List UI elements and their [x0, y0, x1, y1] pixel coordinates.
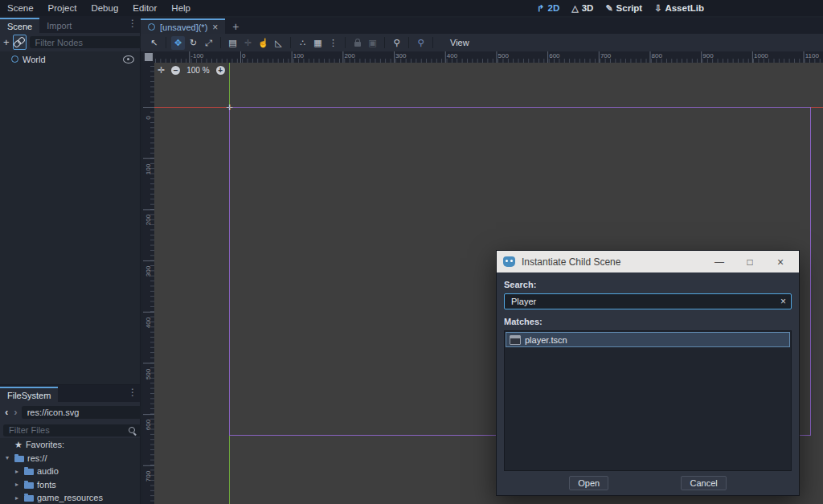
v-ruler-label: 0 — [145, 106, 152, 130]
back-button[interactable]: ‹ — [3, 406, 10, 418]
h-ruler-label: 100 — [293, 52, 304, 59]
filter-files-field[interactable] — [3, 424, 141, 436]
minimize-button[interactable]: — — [707, 256, 731, 268]
open-button[interactable]: Open — [569, 476, 608, 490]
view-menu-button[interactable]: View — [443, 36, 477, 49]
context-label: 3D — [582, 3, 594, 13]
fs-item-label: Favorites: — [26, 440, 64, 449]
cancel-button[interactable]: Cancel — [681, 476, 726, 490]
scene-dock-menu-icon[interactable]: ⋮ — [128, 18, 137, 28]
fs-tree-row-audio[interactable]: ▸audio — [0, 465, 140, 478]
center-view-icon[interactable]: ✛ — [158, 65, 165, 76]
filesystem-dock-menu-icon[interactable]: ⋮ — [128, 387, 137, 397]
scene-node-icon — [148, 23, 155, 31]
menu-editor[interactable]: Editor — [125, 3, 164, 13]
folder-icon — [24, 495, 34, 502]
match-label: player.tscn — [525, 335, 567, 345]
path-input[interactable] — [26, 407, 143, 418]
forward-button[interactable]: › — [12, 406, 18, 418]
godot-editor-window: SceneProjectDebugEditorHelp ↱2D△3D✎Scrip… — [0, 0, 823, 504]
scene-tab-label: [unsaved](*) — [160, 23, 207, 32]
v-ruler-label: 600 — [145, 413, 152, 437]
tab-filesystem[interactable]: FileSystem — [0, 387, 58, 402]
3d-icon: △ — [571, 3, 578, 14]
tab-import[interactable]: Import — [39, 18, 79, 33]
add-node-button[interactable]: + — [3, 35, 10, 49]
h-ruler-label: 900 — [702, 52, 713, 59]
context-button-3d[interactable]: △3D — [571, 3, 593, 14]
dialog-search-field[interactable]: × — [504, 293, 792, 309]
move-tool-icon[interactable]: ✥ — [171, 36, 185, 50]
match-row[interactable]: player.tscn — [506, 332, 790, 347]
snap-options-menu-icon[interactable]: ⋮ — [326, 36, 340, 50]
grid-snap-toggle-icon[interactable]: ▦ — [311, 36, 325, 50]
fs-tree-row-res[interactable]: ▾res:// — [0, 452, 140, 465]
instance-scene-button[interactable] — [13, 35, 27, 50]
tab-scene-label: Scene — [7, 22, 32, 31]
node-label: World — [23, 55, 119, 64]
tab-scene[interactable]: Scene — [0, 18, 39, 33]
lock-icon — [354, 42, 361, 47]
context-button-2d[interactable]: ↱2D — [537, 3, 559, 14]
scene-tab-bar: [unsaved](*) × + — [141, 18, 823, 34]
search-icon — [128, 426, 137, 435]
ruler-tool-icon[interactable]: ◺ — [272, 36, 285, 50]
filesystem-tree: ★Favorites:▾res://▸audio▸fonts▸game_reso… — [0, 438, 140, 504]
maximize-button[interactable]: □ — [738, 256, 762, 268]
smart-snap-toggle-icon[interactable]: ∴ — [296, 36, 309, 50]
scene-tree-row-world[interactable]: World — [0, 51, 140, 67]
scene-dock-tabs: Scene Import ⋮ — [0, 16, 140, 33]
scene-tree: World — [0, 51, 140, 384]
menu-project[interactable]: Project — [41, 3, 84, 13]
close-button[interactable]: × — [768, 256, 792, 268]
expander-icon[interactable]: ▸ — [13, 494, 21, 502]
expander-icon[interactable]: ▸ — [13, 468, 21, 475]
rotate-tool-icon[interactable]: ↻ — [186, 36, 200, 50]
fs-tree-row-fonts[interactable]: ▸fonts — [0, 478, 140, 492]
ruler-units-button[interactable] — [143, 51, 154, 63]
filter-nodes-input[interactable] — [34, 37, 151, 48]
menu-help[interactable]: Help — [164, 3, 198, 13]
zoom-in-button[interactable]: + — [216, 66, 225, 75]
scene-tab-unsaved[interactable]: [unsaved](*) × — [141, 18, 225, 34]
visibility-eye-icon[interactable] — [123, 55, 134, 64]
skeleton-options-button-icon[interactable]: ⚲ — [414, 36, 428, 50]
pan-tool-icon[interactable]: ☝ — [256, 36, 270, 50]
group-object-button-icon: ▣ — [366, 36, 379, 50]
scene-dock-toolbar: + ⋮ — [0, 33, 140, 51]
context-button-script[interactable]: ✎Script — [605, 3, 642, 14]
menu-scene[interactable]: Scene — [0, 3, 41, 13]
list-select-tool-icon[interactable]: ▤ — [226, 36, 240, 50]
expander-icon[interactable]: ▾ — [3, 454, 11, 461]
fs-tree-row-gameresources[interactable]: ▸game_resources — [0, 491, 140, 504]
skeleton-button-icon[interactable]: ⚲ — [390, 36, 403, 50]
new-scene-tab-button[interactable]: + — [225, 18, 246, 34]
zoom-percent-label[interactable]: 100 % — [186, 66, 209, 75]
filter-files-input[interactable] — [7, 424, 125, 436]
lock-object-button-icon — [350, 36, 364, 50]
dialog-search-input[interactable] — [510, 296, 780, 307]
path-field[interactable] — [22, 406, 147, 419]
menu-debug[interactable]: Debug — [84, 3, 125, 13]
tab-filesystem-label: FileSystem — [7, 391, 51, 400]
folder-icon — [24, 469, 34, 475]
zoom-out-button[interactable]: − — [171, 66, 180, 75]
close-tab-icon[interactable]: × — [212, 22, 218, 33]
folder-icon — [14, 456, 24, 462]
node2d-icon — [11, 55, 18, 63]
clear-search-icon[interactable]: × — [780, 296, 786, 307]
context-button-assetlib[interactable]: ⇩AssetLib — [654, 3, 704, 14]
v-ruler-label: 100 — [145, 157, 152, 181]
expander-icon[interactable]: ▸ — [13, 481, 21, 488]
toolbar-separator — [432, 37, 433, 48]
fs-tree-row-favorites[interactable]: ★Favorites: — [0, 438, 140, 452]
dialog-footer: Open Cancel — [497, 471, 799, 495]
context-label: AssetLib — [665, 3, 704, 13]
select-tool-icon[interactable]: ↖ — [147, 36, 161, 50]
dialog-title-bar[interactable]: Instantiate Child Scene — □ × — [497, 251, 799, 272]
star-icon: ★ — [14, 440, 23, 449]
h-ruler-label: 800 — [652, 52, 662, 59]
h-ruler-label: 700 — [600, 52, 611, 59]
scale-tool-icon[interactable]: ⤢ — [202, 36, 215, 50]
v-ruler-label: 200 — [145, 208, 152, 232]
